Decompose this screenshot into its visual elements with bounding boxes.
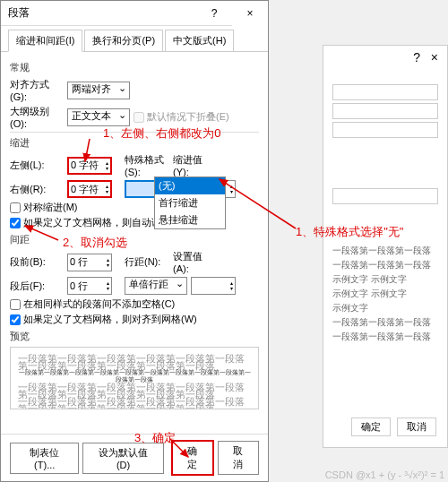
bg-help-icon[interactable]: ? <box>413 50 420 65</box>
bg-input[interactable] <box>332 188 438 204</box>
bg-ok-button[interactable]: 确定 <box>351 417 391 436</box>
outline-label: 大纲级别(O): <box>10 105 64 129</box>
dialog-footer: 制表位(T)... 设为默认值(D) 确定 取消 <box>1 434 268 481</box>
tab-bar: 缩进和间距(I) 换行和分页(P) 中文版式(H) <box>1 26 268 52</box>
dialog-title: 段落 <box>1 5 196 21</box>
bg-text: 一段落第一段落第一段落 <box>332 245 438 257</box>
close-icon[interactable]: × <box>232 1 268 26</box>
outline-combo[interactable]: 正文文本 <box>67 108 130 126</box>
ok-button[interactable]: 确定 <box>171 440 214 476</box>
right-spinner[interactable]: 0 字符 <box>67 180 112 198</box>
dialog-body: 常规 对齐方式(G): 两端对齐 大纲级别(O): 正文文本 默认情况下折叠(E… <box>1 51 268 434</box>
collapsed-label: 默认情况下折叠(E) <box>147 110 229 124</box>
dropdown-firstline[interactable]: 首行缩进 <box>155 194 225 211</box>
snapgrid-label: 如果定义了文档网格，则对齐到网格(W) <box>23 313 197 326</box>
group-preview: 预览 <box>10 330 259 343</box>
special-label: 特殊格式(S): <box>125 153 169 177</box>
setvalue-spinner[interactable] <box>191 277 236 295</box>
bg-text: 一段落第一段落第一段落 <box>332 316 438 329</box>
cancel-button[interactable]: 取消 <box>218 441 259 475</box>
titlebar: 段落 ? × <box>1 1 268 26</box>
tab-line-page[interactable]: 换行和分页(P) <box>84 30 163 52</box>
help-icon[interactable]: ? <box>196 1 232 26</box>
background-dialog: ? × 一段落第一段落第一段落 一段落第一段落第一段落 示例文字 示例文字 示例… <box>323 45 448 448</box>
group-general: 常规 <box>10 61 259 74</box>
group-indent: 缩进 <box>10 136 259 150</box>
left-spinner[interactable]: 0 字符 <box>67 157 112 175</box>
linespace-combo[interactable]: 单倍行距 <box>125 277 187 295</box>
bg-close-icon[interactable]: × <box>431 50 438 65</box>
collapsed-checkbox[interactable] <box>134 112 144 123</box>
bg-text: 示例文字 示例文字 <box>332 288 438 300</box>
bg-input[interactable] <box>332 84 438 100</box>
left-label: 左侧(L): <box>10 159 64 172</box>
right-label: 右侧(R): <box>10 183 64 196</box>
dropdown-hanging[interactable]: 悬挂缩进 <box>155 211 225 228</box>
mirror-checkbox[interactable] <box>10 202 21 213</box>
mirror-label: 对称缩进(M) <box>23 201 78 214</box>
bg-text: 一段落第一段落第一段落 <box>332 331 438 343</box>
after-spinner[interactable]: 0 行 <box>67 277 112 295</box>
watermark: CSDN @x1 + (y - ³√x²)² = 1 <box>325 469 444 480</box>
bg-input[interactable] <box>332 122 438 138</box>
paragraph-dialog: 段落 ? × 缩进和间距(I) 换行和分页(P) 中文版式(H) 常规 对齐方式… <box>0 0 269 482</box>
alignment-combo[interactable]: 两端对齐 <box>67 82 130 99</box>
before-label: 段前(B): <box>10 255 64 269</box>
bg-cancel-button[interactable]: 取消 <box>397 417 436 436</box>
autogrid-indent-label: 如果定义了文档网格，则自动调... <box>23 216 169 229</box>
default-button[interactable]: 设为默认值(D) <box>82 443 163 474</box>
linespace-label: 行距(N): <box>125 255 169 269</box>
bg-text: 一段落第一段落第一段落 <box>332 259 438 271</box>
tab-chinese[interactable]: 中文版式(H) <box>165 30 234 52</box>
before-spinner[interactable]: 0 行 <box>67 254 112 271</box>
bg-text: 示例文字 <box>332 302 438 314</box>
indentby-label: 缩进值(Y): <box>173 153 218 177</box>
tabstops-button[interactable]: 制表位(T)... <box>10 443 79 474</box>
bg-text: 示例文字 示例文字 <box>332 273 438 286</box>
after-label: 段后(F): <box>10 280 64 293</box>
dropdown-none[interactable]: (无) <box>155 177 225 194</box>
snapgrid-checkbox[interactable] <box>10 314 21 325</box>
preview-box: 一段落第一段落第一段落第一段落第一段落第一段落第一段落第一段落第一段落第一段落第… <box>10 347 259 409</box>
group-spacing: 间距 <box>10 233 259 246</box>
autogrid-indent-checkbox[interactable] <box>10 218 21 228</box>
nospace-checkbox[interactable] <box>10 299 21 310</box>
nospace-label: 在相同样式的段落间不添加空格(C) <box>23 297 175 311</box>
setvalue-label: 设置值(A): <box>173 250 218 274</box>
tab-indent-spacing[interactable]: 缩进和间距(I) <box>8 30 82 52</box>
special-dropdown: (无) 首行缩进 悬挂缩进 <box>154 176 226 229</box>
bg-input[interactable] <box>332 103 438 119</box>
alignment-label: 对齐方式(G): <box>10 78 64 102</box>
